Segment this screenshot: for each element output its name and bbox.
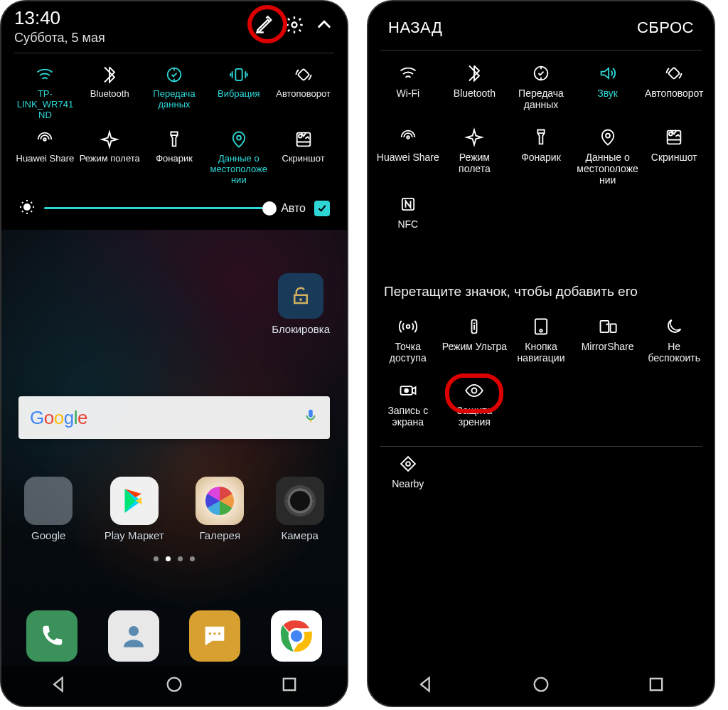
edit-tile-nfc[interactable]: NFC [375,193,441,250]
qs-tile-data[interactable]: Передача данных [144,63,205,113]
tile-label: Кнопка навигации [508,341,574,364]
edit-tile-rotate[interactable]: Автоповорот [641,62,707,119]
svg-rect-30 [600,321,609,332]
edit-tile-screenshot[interactable]: Скриншот [641,126,707,183]
nav-back[interactable] [416,674,436,697]
nav-back[interactable] [49,674,69,697]
gallery-icon [196,477,244,525]
svg-point-29 [540,329,542,332]
collapse-button[interactable] [314,15,334,38]
auto-brightness-label: Авто [281,202,306,215]
ultra-icon [464,315,484,338]
avail-tile-record[interactable]: Запись с экрана [375,379,441,436]
tile-label: Режим полета [442,152,508,174]
active-tiles-section: Wi-Fi Bluetooth Передача данных Звук Авт… [368,51,714,261]
play-store-icon [110,477,159,525]
brightness-icon [18,198,36,218]
tile-label: Скриншот [282,154,325,164]
qs-tile-location[interactable]: Данные о местоположении [208,128,269,186]
svg-point-0 [292,23,297,28]
app-label: Галерея [200,529,241,541]
hotspot-icon [398,315,418,338]
avail-tile-eye[interactable]: Защита зрения [442,379,508,436]
bluetooth-icon [100,63,119,86]
rotate-icon [664,62,684,85]
svg-point-36 [406,462,410,466]
tile-label: Скриншот [651,152,697,163]
app-camera[interactable]: Камера [276,477,324,541]
brightness-slider[interactable] [44,207,272,209]
edit-tile-data[interactable]: Передача данных [508,62,574,119]
svg-point-37 [535,678,548,692]
camera-icon [276,477,324,525]
phone-left-quicksettings: 13:40 Суббота, 5 мая TP-LINK_WR741ND [0,0,348,707]
settings-button[interactable] [284,15,304,38]
qs-tile-rotate[interactable]: Автоповорот [272,63,334,113]
edit-tile-location[interactable]: Данные о местоположении [575,126,641,186]
chrome-app[interactable] [271,610,322,662]
qs-tile-vibration[interactable]: Вибрация [208,63,269,113]
qs-tile-share[interactable]: Huawei Share [14,128,76,178]
edit-tile-share[interactable]: Huawei Share [375,126,441,183]
avail-tile-dnd[interactable]: Не беспокоить [641,315,707,372]
navigation-bar [1,666,347,706]
brightness-row: Авто [14,186,334,223]
edit-icon [255,15,274,35]
dnd-icon [664,315,684,338]
tile-label: Автоповорот [276,89,331,100]
auto-brightness-checkbox[interactable] [314,201,330,216]
share-icon [398,126,418,149]
google-logo: Google [30,407,87,429]
svg-point-10 [129,626,139,636]
nearby-icon [398,452,418,475]
eye-icon [464,379,484,402]
svg-rect-31 [610,324,616,333]
chrome-icon [278,618,315,655]
qs-tile-flashlight[interactable]: Фонарик [144,128,205,178]
avail-tile-hotspot[interactable]: Точка доступа [375,315,441,372]
avail-tile-navbutton[interactable]: Кнопка навигации [508,315,574,372]
app-folder[interactable]: Google [24,477,73,541]
record-icon [398,379,418,402]
voice-search-button[interactable] [303,408,318,427]
edit-tile-airplane[interactable]: Режим полета [442,126,508,183]
svg-point-11 [209,632,211,635]
messages-app[interactable] [189,610,240,662]
lock-widget[interactable]: Блокировка [272,273,330,335]
app-gallery[interactable]: Галерея [196,477,244,541]
edit-tile-wifi[interactable]: Wi-Fi [375,62,441,119]
back-button[interactable]: НАЗАД [388,18,442,37]
tile-label: Huawei Share [377,152,439,163]
google-search-bar[interactable]: Google [18,396,330,439]
app-label: Google [31,529,65,541]
app-play[interactable]: Play Маркет [105,477,164,541]
svg-point-13 [218,632,220,635]
nav-home[interactable] [531,674,551,697]
svg-point-9 [299,298,302,301]
divider [14,53,334,53]
flashlight-icon [531,126,551,149]
instruction-text: Перетащите значок, чтобы добавить его [368,261,714,309]
svg-rect-18 [284,679,295,690]
nav-recent[interactable] [279,674,299,697]
svg-point-26 [406,325,410,329]
qs-tile-wifi[interactable]: TP-LINK_WR741ND [14,63,76,121]
reset-button[interactable]: СБРОС [637,18,694,37]
bluetooth-icon [464,62,484,85]
slider-thumb[interactable] [262,201,277,216]
edit-button[interactable] [255,15,274,38]
qs-tile-bluetooth[interactable]: Bluetooth [79,63,141,113]
edit-tile-flashlight[interactable]: Фонарик [508,126,574,183]
avail-tile-mirror[interactable]: MirrorShare [575,315,641,372]
edit-tile-bluetooth[interactable]: Bluetooth [442,62,508,119]
qs-tile-airplane[interactable]: Режим полета [79,128,141,178]
contacts-app[interactable] [108,610,159,662]
avail-tile-nearby[interactable]: Nearby [375,452,441,509]
phone-app[interactable] [26,610,77,662]
avail-tile-ultra[interactable]: Режим Ультра [442,315,508,372]
nav-home[interactable] [164,674,184,697]
dock [1,610,347,662]
nav-recent[interactable] [646,674,666,697]
qs-tile-screenshot[interactable]: Скриншот [272,128,334,178]
edit-tile-sound[interactable]: Звук [575,62,641,119]
